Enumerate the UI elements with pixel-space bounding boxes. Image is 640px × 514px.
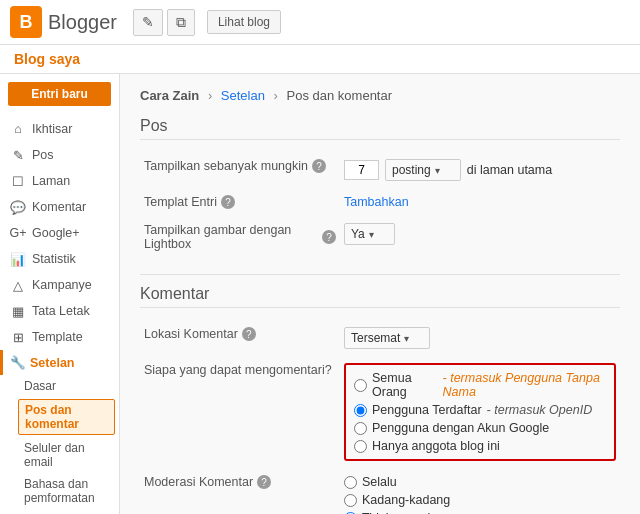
blogger-logo-icon: B <box>10 6 42 38</box>
pengguna-terdaftar-sub: - termasuk OpenID <box>487 403 593 417</box>
header: B Blogger ✎ ⧉ Lihat blog <box>0 0 640 45</box>
radio-hanya-anggota[interactable]: Hanya anggota blog ini <box>354 439 606 453</box>
sidebar-label-ikhtisar: Ikhtisar <box>32 122 72 136</box>
wrench-icon: 🔧 <box>10 355 26 370</box>
radio-pengguna-terdaftar-input[interactable] <box>354 404 367 417</box>
sidebar-item-setelan[interactable]: 🔧 Setelan <box>0 350 119 375</box>
semua-orang-sub: - termasuk Pengguna Tanpa Nama <box>443 371 606 399</box>
copy-icon-button[interactable]: ⧉ <box>167 9 195 36</box>
tampilkan-label-wrap: Tampilkan sebanyak mungkin ? <box>144 159 336 173</box>
radio-semua-orang-input[interactable] <box>354 379 367 392</box>
posting-suffix: di laman utama <box>467 163 552 177</box>
home-icon: ⌂ <box>10 121 26 137</box>
pos-section-title: Pos <box>140 117 620 140</box>
sidebar-item-pos[interactable]: ✎ Pos <box>0 142 119 168</box>
sub-item-bahasa-pemformatan[interactable]: Bahasa dan pemformatan <box>14 473 119 509</box>
posting-dropdown-value: posting <box>392 163 431 177</box>
top-nav: Blog saya <box>0 45 640 74</box>
breadcrumb-blog-name: Cara Zain <box>140 88 199 103</box>
templat-label-wrap: Templat Entri ? <box>144 195 336 209</box>
entri-baru-button[interactable]: Entri baru <box>8 82 111 106</box>
moderasi-label: Moderasi Komentar <box>144 475 253 489</box>
radio-selalu-input[interactable] <box>344 476 357 489</box>
radio-pengguna-google[interactable]: Pengguna dengan Akun Google <box>354 421 606 435</box>
hanya-anggota-label: Hanya anggota blog ini <box>372 439 500 453</box>
content-area: Cara Zain › Setelan › Pos dan komentar P… <box>120 74 640 514</box>
blog-saya-title: Blog saya <box>14 51 80 67</box>
posting-dropdown[interactable]: posting <box>385 159 461 181</box>
sidebar-item-komentar[interactable]: 💬 Komentar <box>0 194 119 220</box>
sidebar-item-google-plus[interactable]: G+ Google+ <box>0 220 119 246</box>
tambahkan-link[interactable]: Tambahkan <box>344 195 409 209</box>
gambar-help-icon[interactable]: ? <box>322 230 336 244</box>
sub-item-seluler-dan-email[interactable]: Seluler dan email <box>14 437 119 473</box>
sub-item-preferensi-penelusuran[interactable]: Preferensi penelusuran <box>14 509 119 514</box>
sub-item-dasar[interactable]: Dasar <box>14 375 119 397</box>
section-divider <box>140 274 620 275</box>
radio-semua-orang[interactable]: Semua Orang - termasuk Pengguna Tanpa Na… <box>354 371 606 399</box>
lokasi-label-wrap: Lokasi Komentar ? <box>144 327 336 341</box>
sidebar-label-pos: Pos <box>32 148 54 162</box>
radio-hanya-anggota-input[interactable] <box>354 440 367 453</box>
row-tampilkan-gambar: Tampilkan gambar dengan Lightbox ? Ya <box>140 216 620 258</box>
lokasi-value: Tersemat <box>351 331 400 345</box>
moderasi-label-wrap: Moderasi Komentar ? <box>144 475 336 489</box>
pencil-icon: ✎ <box>10 147 26 163</box>
template-icon: ⊞ <box>10 329 26 345</box>
kadang-label: Kadang-kadang <box>362 493 450 507</box>
pos-settings-table: Tampilkan sebanyak mungkin ? posting di … <box>140 152 620 258</box>
sidebar-label-setelan: Setelan <box>30 356 74 370</box>
sidebar-item-laman[interactable]: ☐ Laman <box>0 168 119 194</box>
lokasi-help-icon[interactable]: ? <box>242 327 256 341</box>
breadcrumb-current: Pos dan komentar <box>287 88 393 103</box>
sidebar-label-google-plus: Google+ <box>32 226 80 240</box>
moderasi-radio-group: Selalu Kadang-kadang Tidak pernah <box>344 475 616 514</box>
sidebar-item-tata-letak[interactable]: ▦ Tata Letak <box>0 298 119 324</box>
sidebar-item-ikhtisar[interactable]: ⌂ Ikhtisar <box>0 116 119 142</box>
siapa-radio-group: Semua Orang - termasuk Pengguna Tanpa Na… <box>354 371 606 453</box>
sidebar-item-kampanye[interactable]: △ Kampanye <box>0 272 119 298</box>
lokasi-label: Lokasi Komentar <box>144 327 238 341</box>
layout-icon: ▦ <box>10 303 26 319</box>
gambar-label: Tampilkan gambar dengan Lightbox <box>144 223 318 251</box>
header-icons: ✎ ⧉ <box>133 9 195 36</box>
lokasi-dropdown[interactable]: Tersemat <box>344 327 430 349</box>
sidebar-label-laman: Laman <box>32 174 70 188</box>
sidebar-item-statistik[interactable]: 📊 Statistik <box>0 246 119 272</box>
sub-item-pos-dan-komentar[interactable]: Pos dan komentar <box>18 399 115 435</box>
radio-pengguna-google-input[interactable] <box>354 422 367 435</box>
tampilkan-help-icon[interactable]: ? <box>312 159 326 173</box>
pengguna-terdaftar-label: Pengguna Terdaftar <box>372 403 482 417</box>
logo-letter: B <box>20 12 33 33</box>
templat-label: Templat Entri <box>144 195 217 209</box>
main-layout: Entri baru ⌂ Ikhtisar ✎ Pos ☐ Laman 💬 Ko… <box>0 74 640 514</box>
breadcrumb-sep2: › <box>274 88 278 103</box>
breadcrumb-setelan[interactable]: Setelan <box>221 88 265 103</box>
siapa-label: Siapa yang dapat mengomentari? <box>144 363 332 377</box>
blogger-logo: B Blogger <box>10 6 117 38</box>
googleplus-icon: G+ <box>10 225 26 241</box>
sidebar-item-template[interactable]: ⊞ Template <box>0 324 119 350</box>
posting-number-input[interactable] <box>344 160 379 180</box>
lightbox-dropdown[interactable]: Ya <box>344 223 395 245</box>
gambar-label-wrap: Tampilkan gambar dengan Lightbox ? <box>144 223 336 251</box>
sidebar-sub-menu: Dasar Pos dan komentar Seluler dan email… <box>0 375 119 514</box>
radio-kadang-input[interactable] <box>344 494 357 507</box>
lihat-blog-button[interactable]: Lihat blog <box>207 10 281 34</box>
radio-selalu[interactable]: Selalu <box>344 475 616 489</box>
row-siapa-berkomentar: Siapa yang dapat mengomentari? Semua Ora… <box>140 356 620 468</box>
selalu-label: Selalu <box>362 475 397 489</box>
semua-orang-label: Semua Orang <box>372 371 438 399</box>
komentar-settings-table: Lokasi Komentar ? Tersemat Siapa yang da… <box>140 320 620 514</box>
radio-pengguna-terdaftar[interactable]: Pengguna Terdaftar - termasuk OpenID <box>354 403 606 417</box>
breadcrumb-sep1: › <box>208 88 212 103</box>
siapa-options-box: Semua Orang - termasuk Pengguna Tanpa Na… <box>344 363 616 461</box>
moderasi-help-icon[interactable]: ? <box>257 475 271 489</box>
edit-icon-button[interactable]: ✎ <box>133 9 163 36</box>
sidebar-label-template: Template <box>32 330 83 344</box>
pengguna-google-label: Pengguna dengan Akun Google <box>372 421 549 435</box>
radio-kadang-kadang[interactable]: Kadang-kadang <box>344 493 616 507</box>
row-tampilkan-sebanyak: Tampilkan sebanyak mungkin ? posting di … <box>140 152 620 188</box>
breadcrumb: Cara Zain › Setelan › Pos dan komentar <box>140 88 620 103</box>
templat-help-icon[interactable]: ? <box>221 195 235 209</box>
